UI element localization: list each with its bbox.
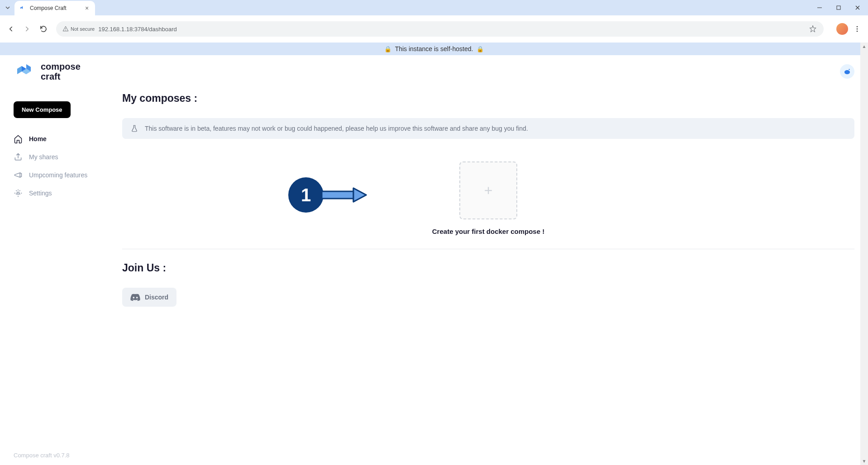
scroll-down-button[interactable]: ▼ (860, 457, 868, 465)
address-bar-row: Not secure 192.168.1.18:3784/dashboard (0, 15, 868, 43)
gear-icon (14, 189, 23, 198)
discord-label: Discord (145, 294, 168, 301)
create-compose-button[interactable]: + (459, 161, 517, 219)
footer-version: Compose craft v0.7.8 (14, 452, 70, 459)
window-controls (813, 3, 864, 13)
step-number-badge: 1 (288, 177, 324, 213)
sidebar: New Compose Home My shares (14, 88, 122, 307)
composes-title: My composes : (122, 92, 854, 104)
tab-bar: Compose Craft × (0, 0, 868, 15)
profile-avatar[interactable] (836, 23, 848, 35)
page-content: 🔒 This instance is self-hosted. 🔒 compos… (0, 43, 868, 465)
self-hosted-banner: 🔒 This instance is self-hosted. 🔒 (0, 43, 868, 55)
sidebar-nav: Home My shares Umpcoming features (14, 132, 122, 200)
warning-icon (62, 26, 69, 32)
main-layout: New Compose Home My shares (0, 88, 868, 307)
app-logo[interactable]: compose craft (14, 61, 81, 82)
share-icon (14, 152, 23, 161)
join-us-title: Join Us : (122, 262, 854, 274)
arrow-right-icon (322, 184, 367, 206)
sidebar-item-label: Settings (29, 190, 52, 197)
sidebar-item-settings[interactable]: Settings (14, 186, 122, 200)
star-icon (809, 25, 817, 33)
logo-text: compose craft (41, 62, 81, 81)
whale-icon (843, 67, 851, 76)
sidebar-item-label: Home (29, 135, 47, 142)
tab-favicon-icon (19, 5, 26, 12)
home-icon (14, 134, 23, 143)
sidebar-item-upcoming[interactable]: Umpcoming features (14, 168, 122, 182)
svg-rect-6 (322, 191, 353, 199)
svg-point-3 (857, 28, 858, 30)
browser-menu-button[interactable] (850, 22, 864, 36)
address-bar[interactable]: Not secure 192.168.1.18:3784/dashboard (56, 21, 824, 37)
minimize-button[interactable] (813, 3, 826, 13)
svg-rect-1 (837, 6, 840, 9)
bookmark-button[interactable] (808, 24, 817, 33)
banner-text: This instance is self-hosted. (395, 45, 473, 52)
megaphone-icon (14, 171, 23, 180)
section-divider (122, 249, 854, 249)
svg-point-4 (857, 31, 858, 32)
sidebar-item-home[interactable]: Home (14, 132, 122, 146)
user-menu-button[interactable] (840, 64, 854, 79)
step-indicator: 1 (288, 177, 367, 213)
back-button[interactable] (4, 22, 18, 36)
browser-chrome: Compose Craft × Not secure 192.168.1.18:… (0, 0, 868, 43)
forward-button[interactable] (20, 22, 34, 36)
svg-point-2 (857, 26, 858, 28)
browser-tab-active[interactable]: Compose Craft × (14, 1, 95, 15)
beta-info-box: This software is in beta, features may n… (122, 118, 854, 139)
plus-icon: + (484, 182, 493, 199)
discord-button[interactable]: Discord (122, 288, 176, 307)
vertical-scrollbar[interactable]: ▲ ▼ (860, 43, 868, 465)
url-text: 192.168.1.18:3784/dashboard (98, 26, 177, 33)
lock-emoji-icon: 🔒 (384, 46, 391, 52)
scroll-up-button[interactable]: ▲ (860, 43, 868, 50)
dots-vertical-icon (854, 25, 861, 33)
security-chip[interactable]: Not secure (62, 26, 95, 32)
flask-icon (130, 124, 138, 133)
maximize-button[interactable] (832, 3, 845, 13)
tab-close-button[interactable]: × (83, 5, 91, 12)
sidebar-item-shares[interactable]: My shares (14, 150, 122, 164)
app-header: compose craft (0, 55, 868, 88)
sidebar-item-label: My shares (29, 153, 58, 161)
reload-button[interactable] (36, 22, 51, 36)
scrollbar-track[interactable] (860, 50, 868, 457)
create-compose-area: 1 + Create your first docker compose ! (122, 161, 854, 235)
sidebar-item-label: Umpcoming features (29, 171, 87, 179)
close-window-button[interactable] (851, 3, 864, 13)
tab-title: Compose Craft (30, 5, 80, 11)
tab-dropdown-button[interactable] (3, 3, 13, 13)
svg-point-5 (17, 192, 19, 195)
new-compose-button[interactable]: New Compose (14, 101, 71, 118)
lock-emoji-icon: 🔒 (477, 46, 484, 52)
discord-icon (130, 293, 140, 301)
security-label: Not secure (71, 26, 95, 32)
create-caption: Create your first docker compose ! (432, 228, 544, 235)
main-content: My composes : This software is in beta, … (122, 88, 854, 307)
info-text: This software is in beta, features may n… (145, 125, 528, 132)
compose-craft-logo-icon (14, 61, 35, 82)
